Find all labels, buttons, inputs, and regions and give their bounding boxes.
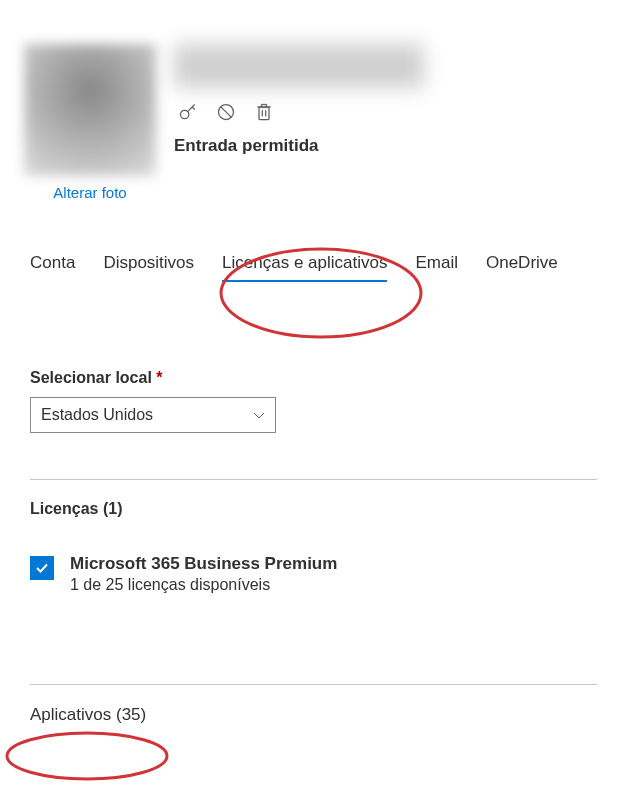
svg-rect-5 <box>259 107 269 120</box>
license-name: Microsoft 365 Business Premium <box>70 554 337 574</box>
tab-account[interactable]: Conta <box>30 253 75 281</box>
location-label: Selecionar local * <box>30 369 597 387</box>
license-info: Microsoft 365 Business Premium 1 de 25 l… <box>70 554 337 594</box>
svg-point-0 <box>181 110 189 118</box>
tab-devices[interactable]: Dispositivos <box>103 253 194 281</box>
tab-licenses-apps[interactable]: Licenças e aplicativos <box>222 253 387 281</box>
annotation-ellipse-apps-title <box>2 730 172 782</box>
user-info-column: Entrada permitida <box>174 44 424 156</box>
svg-point-13 <box>7 733 167 779</box>
user-name-blurred <box>174 44 424 88</box>
divider <box>30 684 597 685</box>
license-row: Microsoft 365 Business Premium 1 de 25 l… <box>30 554 597 684</box>
signin-status: Entrada permitida <box>174 134 424 156</box>
svg-line-2 <box>192 107 195 110</box>
delete-icon[interactable] <box>254 102 274 122</box>
chevron-down-icon <box>253 409 265 421</box>
location-select[interactable]: Estados Unidos <box>30 397 276 433</box>
license-checkbox[interactable] <box>30 556 54 580</box>
required-asterisk: * <box>156 369 162 386</box>
block-icon[interactable] <box>216 102 236 122</box>
avatar <box>24 44 156 176</box>
divider <box>30 479 597 480</box>
tab-email[interactable]: Email <box>415 253 458 281</box>
license-availability: 1 de 25 licenças disponíveis <box>70 576 337 594</box>
change-photo-link[interactable]: Alterar foto <box>53 184 126 201</box>
svg-line-4 <box>221 107 232 118</box>
location-label-text: Selecionar local <box>30 369 152 386</box>
apps-section-title[interactable]: Aplicativos (35) <box>30 705 597 725</box>
tabs-row: Conta Dispositivos Licenças e aplicativo… <box>0 201 627 281</box>
avatar-column: Alterar foto <box>24 44 156 201</box>
action-icon-row <box>174 98 424 128</box>
key-icon[interactable] <box>178 102 198 122</box>
checkmark-icon <box>34 560 50 576</box>
licenses-section-title: Licenças (1) <box>30 500 597 518</box>
tab-onedrive[interactable]: OneDrive <box>486 253 558 281</box>
location-value: Estados Unidos <box>41 406 153 424</box>
